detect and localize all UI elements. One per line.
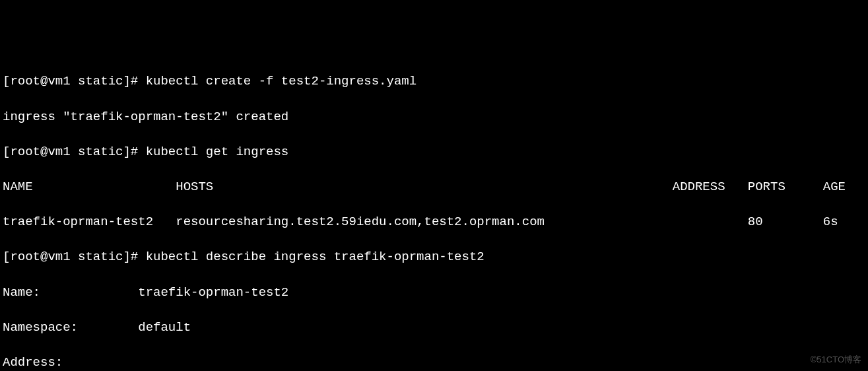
- terminal-line-command-get: [root@vm1 static]# kubectl get ingress: [3, 143, 865, 161]
- terminal-line-namespace-field: Namespace: default: [3, 319, 865, 337]
- terminal-line-address-field: Address:: [3, 354, 865, 371]
- terminal-line-command-create: [root@vm1 static]# kubectl create -f tes…: [3, 73, 865, 90]
- terminal-line-table-row: traefik-oprman-test2 resourcesharing.tes…: [3, 213, 865, 231]
- terminal-line-command-describe: [root@vm1 static]# kubectl describe ingr…: [3, 248, 865, 266]
- terminal-line-table-header: NAME HOSTS ADDRESS PORTS AGE: [3, 178, 865, 196]
- terminal-line-output-created: ingress "traefik-oprman-test2" created: [3, 108, 865, 126]
- terminal-line-name-field: Name: traefik-oprman-test2: [3, 284, 865, 302]
- watermark-text: ©51CTO博客: [811, 354, 861, 366]
